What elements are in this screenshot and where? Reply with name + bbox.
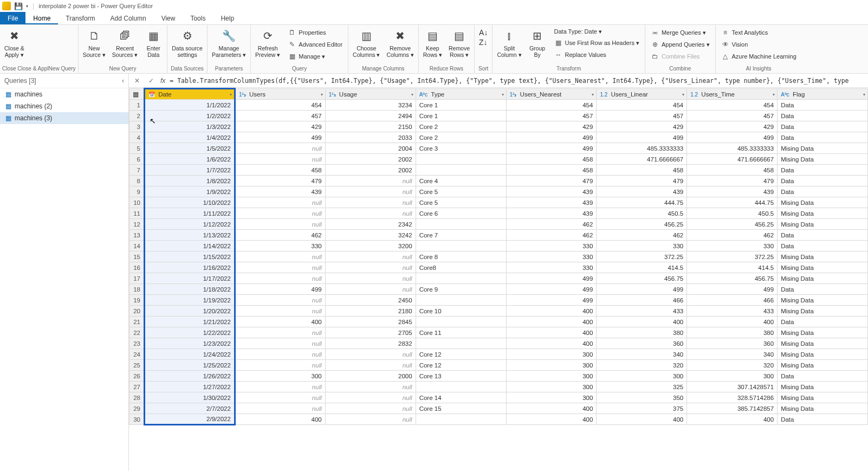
- cell[interactable]: 3242: [325, 230, 416, 241]
- cell[interactable]: Mising Data: [778, 208, 868, 219]
- sort-desc-icon[interactable]: Z↓: [479, 38, 488, 47]
- cell[interactable]: 479: [235, 176, 325, 186]
- table-row[interactable]: 51/5/2022null2004Core 3499485.3333333485…: [129, 143, 868, 154]
- row-number[interactable]: 19: [129, 295, 145, 306]
- cell[interactable]: 330: [597, 241, 687, 251]
- row-number[interactable]: 7: [129, 165, 145, 176]
- row-number[interactable]: 21: [129, 317, 145, 327]
- cell[interactable]: Core 15: [416, 403, 506, 414]
- tab-transform[interactable]: Transform: [58, 12, 102, 24]
- cell[interactable]: 330: [687, 241, 778, 251]
- properties-button[interactable]: 🗒Properties: [287, 27, 344, 38]
- table-row[interactable]: 81/8/2022479nullCore 4479479479Data: [129, 176, 868, 186]
- cell[interactable]: 2/7/2022: [145, 403, 235, 414]
- select-all-corner[interactable]: ▦: [129, 89, 145, 100]
- cell[interactable]: 340: [687, 349, 778, 360]
- recent-sources-button[interactable]: 🗊Recent Sources ▾: [110, 26, 140, 59]
- cell[interactable]: Core 1: [416, 100, 506, 111]
- vision-button[interactable]: 👁Vision: [720, 39, 798, 50]
- table-row[interactable]: 281/30/2022nullnullCore 14300350328.5714…: [129, 392, 868, 403]
- table-row[interactable]: 101/10/2022nullnullCore 5439444.75444.75…: [129, 197, 868, 208]
- cell[interactable]: Core 2: [416, 132, 506, 143]
- cell[interactable]: 456.25: [687, 219, 778, 230]
- row-number[interactable]: 11: [129, 208, 145, 219]
- cell[interactable]: null: [235, 143, 325, 154]
- cell[interactable]: Data: [778, 165, 868, 176]
- cell[interactable]: Mising Data: [778, 251, 868, 262]
- row-number[interactable]: 10: [129, 197, 145, 208]
- cell[interactable]: 499: [506, 284, 597, 295]
- cell[interactable]: 439: [235, 186, 325, 197]
- cell[interactable]: 1/2/2022: [145, 111, 235, 121]
- column-header-type[interactable]: Aᴮc Type▾: [416, 89, 506, 100]
- cell[interactable]: [416, 338, 506, 349]
- cell[interactable]: 1/13/2022: [145, 230, 235, 241]
- row-number[interactable]: 2: [129, 111, 145, 121]
- row-number[interactable]: 17: [129, 273, 145, 284]
- cell[interactable]: 350: [597, 392, 687, 403]
- cell[interactable]: Mising Data: [778, 273, 868, 284]
- cell[interactable]: 1/7/2022: [145, 165, 235, 176]
- cell[interactable]: 300: [506, 371, 597, 382]
- cell[interactable]: 458: [597, 165, 687, 176]
- row-number[interactable]: 18: [129, 284, 145, 295]
- new-source-button[interactable]: 🗋New Source ▾: [81, 26, 108, 59]
- cell[interactable]: 1/21/2022: [145, 317, 235, 327]
- cell[interactable]: 457: [597, 111, 687, 121]
- row-number[interactable]: 28: [129, 392, 145, 403]
- cell[interactable]: 1/18/2022: [145, 284, 235, 295]
- remove-rows-button[interactable]: ▤Remove Rows ▾: [446, 26, 472, 59]
- cell[interactable]: 400: [597, 414, 687, 425]
- cell[interactable]: Data: [778, 371, 868, 382]
- cell[interactable]: 400: [235, 317, 325, 327]
- cell[interactable]: 300: [506, 392, 597, 403]
- cell[interactable]: 380: [687, 327, 778, 338]
- table-row[interactable]: 131/13/20224623242Core 7462462462Data: [129, 230, 868, 241]
- column-dropdown-icon[interactable]: ▾: [321, 92, 323, 96]
- manage-button[interactable]: ▦Manage ▾: [287, 51, 344, 62]
- cell[interactable]: 1/5/2022: [145, 143, 235, 154]
- cell[interactable]: 458: [687, 165, 778, 176]
- tab-tools[interactable]: Tools: [183, 12, 213, 24]
- cell[interactable]: Mising Data: [778, 154, 868, 165]
- cell[interactable]: null: [325, 392, 416, 403]
- remove-columns-button[interactable]: ✖Remove Columns ▾: [384, 26, 416, 59]
- cell[interactable]: 1/19/2022: [145, 295, 235, 306]
- cell[interactable]: 300: [506, 360, 597, 371]
- query-item[interactable]: machines (3): [0, 112, 128, 124]
- cell[interactable]: 499: [687, 132, 778, 143]
- cell[interactable]: null: [235, 262, 325, 273]
- cell[interactable]: 462: [506, 219, 597, 230]
- cell[interactable]: [416, 295, 506, 306]
- cell[interactable]: null: [325, 197, 416, 208]
- cell[interactable]: [416, 273, 506, 284]
- column-header-users_time[interactable]: 1.2 Users_Time▾: [687, 89, 778, 100]
- cell[interactable]: Data: [778, 176, 868, 186]
- cell[interactable]: 1/10/2022: [145, 197, 235, 208]
- cell[interactable]: 2/9/2022: [145, 414, 235, 425]
- cell[interactable]: 429: [235, 121, 325, 132]
- table-row[interactable]: 241/24/2022nullnullCore 12300340340Misin…: [129, 349, 868, 360]
- cell[interactable]: null: [235, 208, 325, 219]
- cell[interactable]: 450.5: [597, 208, 687, 219]
- cell[interactable]: 400: [506, 317, 597, 327]
- merge-queries-button[interactable]: ⫘Merge Queries ▾: [650, 27, 711, 38]
- cell[interactable]: 2150: [325, 121, 416, 132]
- row-number[interactable]: 9: [129, 186, 145, 197]
- tab-help[interactable]: Help: [213, 12, 242, 24]
- cell[interactable]: 2832: [325, 338, 416, 349]
- cell[interactable]: null: [235, 349, 325, 360]
- row-number[interactable]: 24: [129, 349, 145, 360]
- cell[interactable]: 2845: [325, 317, 416, 327]
- cell[interactable]: 439: [687, 186, 778, 197]
- cell[interactable]: Data: [778, 100, 868, 111]
- cell[interactable]: Mising Data: [778, 306, 868, 317]
- cell[interactable]: Data: [778, 186, 868, 197]
- cell[interactable]: [416, 317, 506, 327]
- cell[interactable]: Data: [778, 111, 868, 121]
- cell[interactable]: 400: [506, 338, 597, 349]
- cell[interactable]: 471.6666667: [687, 154, 778, 165]
- cell[interactable]: 2450: [325, 295, 416, 306]
- split-column-button[interactable]: ⫿Split Column ▾: [495, 26, 523, 59]
- cell[interactable]: 499: [687, 284, 778, 295]
